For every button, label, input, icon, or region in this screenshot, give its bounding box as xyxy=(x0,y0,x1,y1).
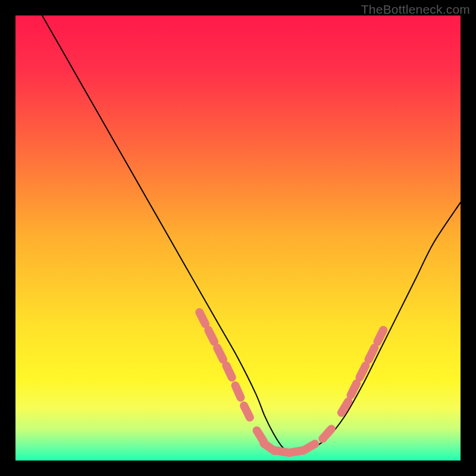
bead-marker xyxy=(351,383,357,395)
bead-marker xyxy=(360,366,366,378)
highlight-beads xyxy=(199,312,383,453)
bead-marker xyxy=(217,348,223,360)
plot-area xyxy=(15,15,461,461)
bead-marker xyxy=(199,312,205,324)
bead-marker xyxy=(377,330,383,342)
chart-frame: TheBottleneck.com xyxy=(0,0,476,476)
bead-marker xyxy=(236,386,241,397)
bead-marker xyxy=(244,406,250,418)
bead-marker xyxy=(208,330,214,342)
bead-marker xyxy=(322,429,331,439)
bead-marker xyxy=(368,348,374,360)
bead-marker xyxy=(303,444,315,450)
bead-marker xyxy=(226,365,231,377)
bead-marker xyxy=(342,402,348,413)
watermark-text: TheBottleneck.com xyxy=(361,2,470,17)
bottleneck-curve xyxy=(42,15,461,452)
curve-layer xyxy=(15,15,461,461)
